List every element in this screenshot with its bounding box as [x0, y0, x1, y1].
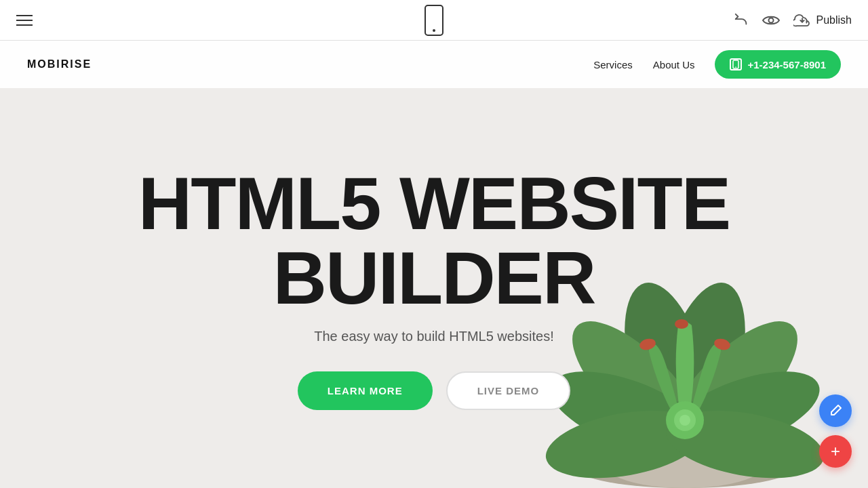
site-preview: MOBIRISE Services About Us +1-234-567-89…	[0, 41, 868, 488]
hero-content: HTML5 WEBSITE BUILDER The easy way to bu…	[0, 166, 868, 410]
hero-buttons: LEARN MORE LIVE DEMO	[41, 371, 868, 410]
publish-label: Publish	[816, 14, 852, 26]
toolbar-left	[16, 15, 33, 26]
svg-point-18	[679, 415, 690, 426]
mobile-preview-icon[interactable]	[425, 5, 443, 36]
hero-subtitle: The easy way to build HTML5 websites!	[41, 329, 868, 344]
site-navbar: MOBIRISE Services About Us +1-234-567-89…	[0, 41, 868, 88]
fab-add-button[interactable]: +	[819, 435, 852, 468]
menu-icon[interactable]	[16, 15, 33, 26]
phone-number: +1-234-567-8901	[747, 59, 826, 70]
fab-edit-button[interactable]	[819, 394, 852, 427]
toolbar-center	[425, 5, 443, 36]
publish-button[interactable]: Publish	[793, 14, 852, 27]
site-logo: MOBIRISE	[27, 58, 92, 70]
toolbar-right: Publish	[734, 13, 852, 28]
phone-icon	[730, 58, 742, 70]
svg-point-0	[768, 18, 773, 22]
nav-services[interactable]: Services	[593, 59, 633, 70]
hero-title-line2: BUILDER	[273, 236, 595, 319]
live-demo-button[interactable]: LIVE DEMO	[446, 371, 571, 410]
hero-title: HTML5 WEBSITE BUILDER	[41, 166, 868, 315]
nav-links: Services About Us +1-234-567-8901	[593, 50, 841, 79]
toolbar: Publish	[0, 0, 868, 41]
nav-about-us[interactable]: About Us	[653, 59, 695, 70]
hero-section: HTML5 WEBSITE BUILDER The easy way to bu…	[0, 88, 868, 488]
hero-title-line1: HTML5 WEBSITE	[138, 161, 730, 245]
learn-more-button[interactable]: LEARN MORE	[298, 371, 433, 410]
svg-point-2	[736, 66, 737, 68]
undo-button[interactable]	[734, 13, 749, 28]
preview-button[interactable]	[762, 14, 780, 26]
nav-phone-button[interactable]: +1-234-567-8901	[715, 50, 841, 79]
